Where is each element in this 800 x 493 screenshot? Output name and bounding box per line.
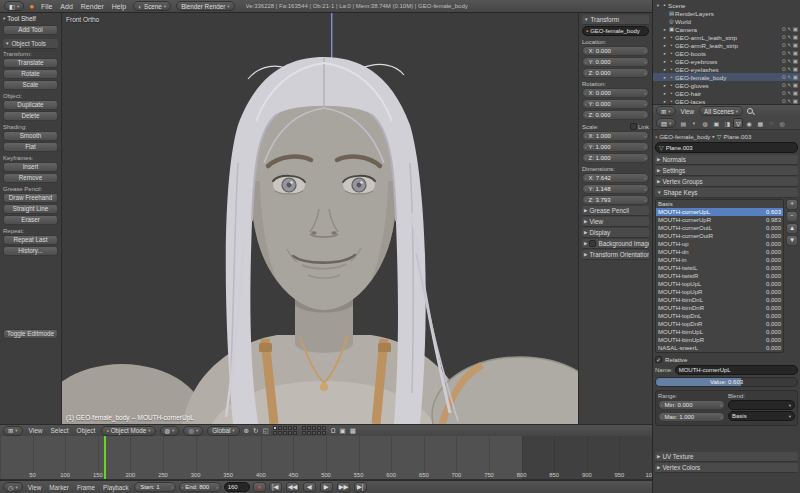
properties-tab-particles[interactable]: ◌ [766,118,776,128]
layer-dot[interactable] [312,431,316,435]
number-field-rotation-x[interactable]: ‹X: 0.000› [582,88,649,98]
outliner-item-geo-eyelashes[interactable]: ▸▪GEO-eyelashes⊙↖▣ [653,65,800,73]
layer-dot[interactable] [293,431,297,435]
number-field-dimensions-y[interactable]: ‹Y: 1.148› [582,184,649,194]
selectability-cursor-icon[interactable]: ↖ [787,42,792,48]
timeline-menu-frame[interactable]: Frame [75,484,97,491]
visibility-eye-icon[interactable]: ⊙ [782,90,787,96]
render-restrict-camera-icon[interactable]: ▣ [793,26,798,32]
layer-dot[interactable] [283,431,287,435]
view3d-menu-select[interactable]: Select [49,427,71,434]
panel-header-display[interactable]: ▶Display [582,228,649,238]
tool-button-flat[interactable]: Flat [3,142,58,152]
stepper-right-arrow[interactable]: › [645,71,647,76]
number-field-scale-y[interactable]: ‹Y: 1.000› [582,142,649,152]
selectability-cursor-icon[interactable]: ↖ [787,50,792,56]
panel-header-grease-pencil[interactable]: ▶Grease Pencil [582,206,649,216]
render-restrict-camera-icon[interactable]: ▣ [793,90,798,96]
timeline-menu-marker[interactable]: Marker [47,484,71,491]
outliner-item-scene[interactable]: ▾•Scene [653,1,800,9]
layer-dot[interactable] [302,426,306,430]
outliner-item-geo-gloves[interactable]: ▸▪GEO-gloves⊙↖▣ [653,81,800,89]
snap-magnet-icon[interactable]: Ω [331,427,336,434]
render-restrict-camera-icon[interactable]: ▣ [793,34,798,40]
number-field-dimensions-z[interactable]: ‹Z: 3.793› [582,195,649,205]
properties-tab-physics[interactable]: ◎ [777,118,787,128]
scene-selector[interactable]: ◐Scene▾ [133,1,171,11]
link-checkbox[interactable] [630,123,637,130]
properties-tab-render[interactable]: ▤ [678,118,688,128]
stepper-right-arrow[interactable]: › [171,485,173,490]
visibility-eye-icon[interactable]: ⊙ [782,34,787,40]
panel-header-view[interactable]: ▶View [582,217,649,227]
render-restrict-camera-icon[interactable]: ▣ [793,82,798,88]
prev-keyframe-button[interactable]: ◀◀ [286,482,299,492]
properties-tab-data[interactable]: ▽ [733,118,743,128]
add-shape-key-button[interactable]: + [786,199,798,210]
shape-key-row-nasal-sneerl[interactable]: NASAL-sneerL0.000 [656,344,783,352]
properties-tab-scene[interactable]: ◐ [689,118,699,128]
stepper-right-arrow[interactable]: › [721,415,723,420]
panel-header-vertex-colors[interactable]: ▶Vertex Colors [655,463,798,473]
layer-dot[interactable] [278,431,282,435]
selectability-cursor-icon[interactable]: ↖ [787,26,792,32]
outliner-item-geo-arml-leath-strip[interactable]: ▸▪GEO-armL_leath_strip⊙↖▣ [653,33,800,41]
stepper-right-arrow[interactable]: › [645,102,647,107]
jump-to-end-button[interactable]: ▶| [354,482,367,492]
menu-add[interactable]: Add [58,3,74,10]
outliner-item-geo-boots[interactable]: ▸▪GEO-boots⊙↖▣ [653,49,800,57]
active-object-name-field[interactable]: ▪GEO-female_body [582,26,649,36]
layer-dot[interactable] [273,426,277,430]
stepper-right-arrow[interactable]: › [645,187,647,192]
render-restrict-camera-icon[interactable]: ▣ [793,74,798,80]
selectability-cursor-icon[interactable]: ↖ [787,34,792,40]
layer-buttons-group-2[interactable] [302,426,327,436]
toggle-editmode-button[interactable]: Toggle Editmode [3,329,58,339]
shape-key-row-mouth-corneroutl[interactable]: MOUTH-cornerOutL0.000 [656,224,783,232]
shape-key-row-mouth-topdnr[interactable]: MOUTH-topDnR0.000 [656,320,783,328]
shape-key-row-mouth-twistr[interactable]: MOUTH-twistR0.000 [656,272,783,280]
stepper-right-arrow[interactable]: › [645,156,647,161]
start-frame-field[interactable]: ‹Start: 1› [134,482,176,492]
layer-dot[interactable] [307,426,311,430]
scale-manipulator-icon[interactable]: ◱ [263,427,269,435]
selectability-cursor-icon[interactable]: ↖ [787,74,792,80]
layer-dot[interactable] [283,426,287,430]
tool-button-eraser[interactable]: Eraser [3,215,58,225]
tool-button-delete[interactable]: Delete [3,111,58,121]
panel-header-settings[interactable]: ▶Settings [655,166,798,176]
number-field-rotation-z[interactable]: ‹Z: 0.000› [582,110,649,120]
blend-basis-field[interactable]: Basis▾ [728,411,795,421]
properties-tab-material[interactable]: ◉ [744,118,754,128]
stepper-right-arrow[interactable]: › [645,198,647,203]
editor-type-button[interactable]: ⊞▾ [656,106,676,116]
outliner-view-menu[interactable]: View [679,108,697,115]
editor-type-button[interactable]: ◷▾ [3,482,23,492]
editor-type-button[interactable]: ▤▾ [656,118,676,128]
play-button[interactable]: ▶ [320,482,333,492]
outliner-item-camera[interactable]: ▸▣Camera⊙↖▣ [653,25,800,33]
transform-orientation-selector[interactable]: Global▾ [207,426,239,436]
outliner-item-geo-female-body[interactable]: ▸▪GEO-female_body⊙↖▣ [653,73,800,81]
visibility-eye-icon[interactable]: ⊙ [782,50,787,56]
pivot-point-selector[interactable]: ◎▾ [183,426,203,436]
link-toggle[interactable]: Link [630,123,649,130]
play-reverse-button[interactable]: ◀ [303,482,316,492]
vertex-group-field[interactable]: ▾ [728,400,795,410]
stepper-right-arrow[interactable]: › [645,176,647,181]
layer-buttons-group-1[interactable] [273,426,298,436]
number-field-scale-x[interactable]: ‹X: 1.000› [582,131,649,141]
jump-to-start-button[interactable]: |◀ [269,482,282,492]
outliner-item-geo-hair[interactable]: ▸▪GEO-hair⊙↖▣ [653,89,800,97]
shape-key-row-mouth-corneroutr[interactable]: MOUTH-cornerOutR0.000 [656,232,783,240]
current-frame-field[interactable]: 160 [224,482,250,492]
stepper-right-arrow[interactable]: › [645,134,647,139]
search-icon[interactable] [746,107,754,115]
shape-key-row-mouth-btmupr[interactable]: MOUTH-btmUpR0.000 [656,336,783,344]
layer-dot[interactable] [288,426,292,430]
tool-button-draw-freehand[interactable]: Draw Freehand [3,193,58,203]
auto-keyframe-record-button[interactable]: ● [253,482,266,492]
stepper-right-arrow[interactable]: › [645,91,647,96]
transform-panel-header[interactable]: ▼Transform [582,15,649,25]
view3d-menu-object[interactable]: Object [75,427,98,434]
